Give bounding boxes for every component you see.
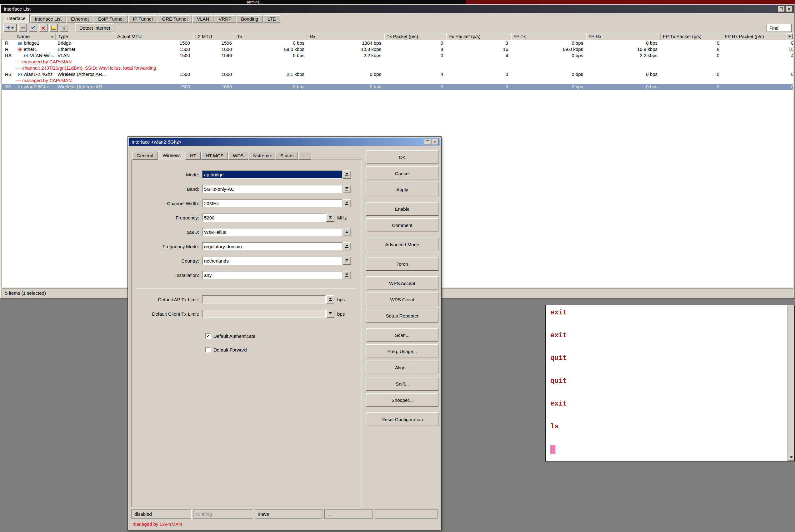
maximize-button[interactable] [424,139,431,145]
col-actual-mtu[interactable]: Actual MTU [115,33,193,40]
snooper-button[interactable]: Snooper... [366,393,438,407]
scroll-down-button[interactable] [788,454,794,461]
dialog-tabs: General Wireless HT HT MCS WDS Nstreme S… [131,150,362,159]
default-ap-tx-limit-dropdown-button[interactable] [326,295,335,303]
maximize-button[interactable] [778,6,785,12]
mode-select[interactable]: ap bridge [202,170,342,178]
col-type[interactable]: Type [56,33,115,40]
tab-more[interactable]: ... [299,152,311,159]
band-select[interactable]: 5GHz-only-AC [202,185,342,193]
tab-ht-mcs[interactable]: HT MCS [201,152,228,159]
arrow-down-icon [345,245,348,247]
ssid-collapse-button[interactable] [343,228,351,236]
installation-dropdown-button[interactable] [343,271,351,279]
tab-wds[interactable]: WDS [229,152,248,159]
tab-ht[interactable]: HT [186,152,201,159]
enable-button[interactable] [29,24,37,32]
country-select[interactable]: netherlands [202,256,342,265]
setup-repeater-button[interactable]: Setup Repeater [366,309,438,323]
col-tx-packet[interactable]: Tx Packet (p/s) [384,33,446,40]
country-dropdown-button[interactable] [343,256,351,265]
terminal-cursor [550,445,555,454]
tab-lte[interactable]: LTE [263,15,280,23]
frequency-dropdown-button[interactable] [326,213,335,222]
dialog-titlebar[interactable]: Interface <wlan2-5Ghz> × [129,138,440,146]
col-rx-packet[interactable]: Rx Packet (p/s) [446,33,511,40]
tab-interface-list[interactable]: Interface List [30,15,66,23]
info-row-capsman: --- managed by CAPsMAN [2,59,793,65]
col-rx[interactable]: Rx [307,33,384,40]
tab-status[interactable]: Status [276,152,298,159]
table-row-wlan1[interactable]: RS wlan1-2.4Ghz Wireless (Atheros AR... … [2,71,793,77]
band-dropdown-button[interactable] [343,185,351,193]
frequency-input[interactable]: 5200 [202,213,326,222]
table-row-ether1[interactable]: R ether1 Ethernet 1500 1600 69.0 kbps 10… [2,46,793,53]
comment-button[interactable]: Comment [366,218,438,232]
disable-button[interactable]: × [39,24,48,32]
col-tx[interactable]: Tx [235,33,307,40]
frequency-mode-dropdown-button[interactable] [343,242,351,250]
default-authenticate-checkbox[interactable] [205,334,211,339]
tab-bonding[interactable]: Bonding [237,15,263,23]
tab-nstreme[interactable]: Nstreme [249,152,275,159]
close-button[interactable]: × [432,139,439,145]
channel-width-select[interactable]: 20MHz [202,199,342,207]
status-disabled: disabled [131,509,191,518]
terminal-scrollbar[interactable] [788,305,794,461]
col-flags[interactable] [2,33,15,40]
ssid-input[interactable]: WsvHelius [202,228,342,236]
tab-vrrp[interactable]: VRRP [214,15,236,23]
cancel-button[interactable]: Cancel [366,166,438,180]
tab-eoip-tunnel[interactable]: EoIP Tunnel [94,15,128,23]
table-row-vlan-wifi[interactable]: RS VLAN-Wifi... VLAN 1500 1596 0 bps 2.2… [2,53,793,59]
advanced-mode-button[interactable]: Advanced Mode [366,238,438,251]
scan-button[interactable]: Scan... [366,328,438,342]
table-row-bridge1[interactable]: R bridge1 Bridge 1500 1596 0 bps 1384 bp… [2,40,793,46]
align-button[interactable]: Align... [366,361,438,374]
tab-vlan[interactable]: VLAN [193,15,213,23]
tab-interface[interactable]: Interface [3,14,30,23]
col-name[interactable]: Name [15,33,56,40]
default-ap-tx-limit-input[interactable] [202,295,326,303]
ok-button[interactable]: OK [366,150,438,164]
comment-button[interactable] [49,24,58,32]
reset-configuration-button[interactable]: Reset Configuration [366,413,438,426]
window-titlebar[interactable]: Interface List × [1,5,794,13]
column-menu-button[interactable] [787,33,793,39]
default-client-tx-limit-input[interactable] [202,310,326,318]
mode-dropdown-button[interactable] [343,170,351,178]
frequency-mode-select[interactable]: regulatory-domain [202,242,342,250]
close-button[interactable]: × [785,6,793,12]
find-button[interactable]: Find [766,24,792,32]
tab-ethernet[interactable]: Ethernet [67,15,93,23]
apply-button[interactable]: Apply [366,183,438,196]
tab-gre-tunnel[interactable]: GRE Tunnel [158,15,192,23]
enable-button[interactable]: Enable [366,202,438,216]
band-label: Band: [134,186,202,192]
channel-width-dropdown-button[interactable] [343,199,351,207]
tab-general[interactable]: General [132,152,158,159]
tab-wireless[interactable]: Wireless [158,151,185,160]
default-forward-checkbox[interactable] [205,347,211,353]
sniff-button[interactable]: Sniff... [366,377,438,391]
col-fp-rx-packet[interactable]: FP Rx Packet (p/s) [723,33,795,40]
col-fp-rx[interactable]: FP Rx [586,33,661,40]
table-row-wlan2-selected[interactable]: XS wlan2-5Ghz Wireless (Atheros AR... 15… [2,84,793,90]
col-fp-tx-packet[interactable]: FP Tx Packet (p/s) [661,33,723,40]
tab-ip-tunnel[interactable]: IP Tunnel [128,15,157,23]
installation-select[interactable]: any [202,271,342,279]
terminal-window[interactable]: exit exit quit quit exit ls [545,305,795,461]
default-client-tx-limit-dropdown-button[interactable] [326,310,335,318]
col-l2-mtu[interactable]: L2 MTU [193,33,235,40]
add-button[interactable]: + [3,24,17,32]
filter-button[interactable] [60,24,68,32]
freq-usage-button[interactable]: Freq. Usage... [366,344,438,358]
default-authenticate-label: Default Authenticate [213,334,255,339]
remove-button[interactable] [18,24,27,32]
wps-accept-button[interactable]: WPS Accept [366,276,438,290]
wps-client-button[interactable]: WPS Client [366,292,438,306]
col-fp-tx[interactable]: FP Tx [511,33,586,40]
torch-button[interactable]: Torch [366,257,438,271]
arrow-down-icon [345,259,348,261]
detect-internet-button[interactable]: Detect Internet [75,23,114,32]
